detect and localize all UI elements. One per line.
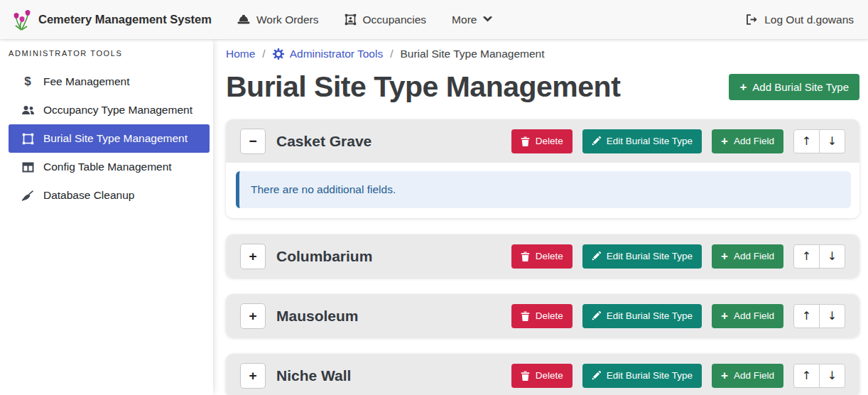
sidebar-item-label: Config Table Management	[43, 161, 172, 173]
delete-label: Delete	[536, 136, 563, 146]
logout-label: Log Out d.gowans	[764, 13, 854, 26]
sign-out-icon	[746, 14, 758, 25]
sidebar-item-occupancy-type-management[interactable]: Occupancy Type Management	[9, 96, 210, 124]
trash-icon	[521, 311, 530, 321]
breadcrumb-separator: /	[390, 48, 393, 60]
panel-actions: Delete Edit Burial Site Type + Add Field	[511, 364, 845, 388]
delete-label: Delete	[536, 370, 563, 381]
plus-icon: +	[721, 250, 728, 262]
arrow-down-icon: ↓	[828, 369, 837, 382]
logout-button[interactable]: Log Out d.gowans	[746, 13, 854, 26]
nav-item-more[interactable]: More	[452, 13, 492, 26]
arrow-up-icon: ↑	[802, 309, 811, 323]
breadcrumb-admin-tools-link[interactable]: Administrator Tools	[273, 48, 384, 60]
plus-icon: +	[721, 135, 728, 147]
panel-title: Columbarium	[276, 248, 372, 265]
page-shell: ADMINISTRATOR TOOLS $ Fee Management Occ…	[0, 39, 868, 395]
sidebar-item-config-table-management[interactable]: Config Table Management	[9, 153, 210, 181]
page-title: Burial Site Type Management	[226, 70, 620, 104]
pencil-icon	[592, 371, 601, 380]
move-up-button[interactable]: ↑	[793, 129, 820, 153]
panel-toggle-button[interactable]: −	[240, 129, 266, 154]
move-up-button[interactable]: ↑	[793, 304, 820, 328]
panel-toggle-button[interactable]: +	[240, 244, 266, 269]
sidebar-item-burial-site-type-management[interactable]: Burial Site Type Management	[9, 124, 210, 153]
nav-item-occupancies[interactable]: Occupancies	[345, 13, 427, 26]
sidebar-heading: ADMINISTRATOR TOOLS	[0, 45, 213, 58]
table-icon	[21, 162, 35, 173]
nav-item-label: More	[452, 13, 477, 26]
nav-item-label: Work Orders	[256, 13, 319, 26]
pencil-icon	[592, 251, 601, 261]
no-fields-message: There are no additional fields.	[251, 183, 396, 195]
sidebar-item-database-cleanup[interactable]: Database Cleanup	[9, 181, 210, 210]
plus-icon: +	[721, 369, 728, 382]
sidebar-item-label: Burial Site Type Management	[43, 132, 188, 145]
gear-icon	[273, 48, 284, 60]
add-field-button[interactable]: + Add Field	[712, 304, 783, 328]
add-field-label: Add Field	[734, 136, 774, 146]
vector-square-icon	[21, 133, 35, 145]
add-burial-site-type-button[interactable]: + Add Burial Site Type	[729, 74, 859, 100]
arrow-down-icon: ↓	[828, 309, 837, 323]
reorder-button-group: ↑ ↓	[793, 244, 845, 269]
edit-burial-site-type-button[interactable]: Edit Burial Site Type	[582, 364, 702, 388]
delete-button[interactable]: Delete	[511, 304, 573, 328]
edit-burial-site-type-button[interactable]: Edit Burial Site Type	[582, 244, 702, 269]
app-title: Cemetery Management System	[38, 13, 212, 26]
trash-icon	[521, 136, 530, 146]
move-up-button[interactable]: ↑	[793, 364, 820, 388]
move-up-button[interactable]: ↑	[793, 244, 820, 269]
trash-icon	[521, 371, 530, 381]
broom-icon	[21, 190, 35, 201]
burial-site-type-list: − Casket Grave Delete	[226, 119, 859, 395]
delete-button[interactable]: Delete	[511, 129, 573, 153]
add-field-button[interactable]: + Add Field	[712, 129, 783, 153]
delete-label: Delete	[536, 251, 563, 261]
occupancy-frame-icon	[345, 13, 357, 26]
arrow-down-icon: ↓	[828, 249, 837, 263]
edit-burial-site-type-button[interactable]: Edit Burial Site Type	[582, 304, 702, 328]
no-fields-alert: There are no additional fields.	[236, 171, 851, 208]
arrow-down-icon: ↓	[828, 134, 837, 148]
nav-item-label: Occupancies	[363, 13, 427, 26]
app-brand[interactable]: Cemetery Management System	[13, 9, 212, 31]
trash-icon	[521, 251, 530, 261]
panel-title: Casket Grave	[276, 133, 371, 150]
sidebar-item-label: Occupancy Type Management	[43, 104, 192, 117]
panel-header: + Columbarium Delete	[226, 234, 859, 278]
panel-toggle-button[interactable]: +	[240, 363, 266, 389]
panel-title: Niche Wall	[276, 367, 351, 384]
breadcrumb: Home / Administrator Tools / Burial Site…	[226, 48, 859, 60]
edit-label: Edit Burial Site Type	[607, 370, 693, 381]
hard-hat-icon	[237, 14, 250, 25]
sidebar-item-label: Fee Management	[43, 75, 130, 88]
burial-site-type-panel: + Mausoleum Delete	[226, 294, 859, 337]
breadcrumb-current: Burial Site Type Management	[401, 48, 545, 60]
delete-label: Delete	[536, 310, 563, 321]
sidebar-item-fee-management[interactable]: $ Fee Management	[9, 67, 210, 96]
title-row: Burial Site Type Management + Add Burial…	[226, 70, 859, 104]
nav-item-work-orders[interactable]: Work Orders	[237, 13, 319, 26]
edit-label: Edit Burial Site Type	[607, 136, 693, 146]
edit-burial-site-type-button[interactable]: Edit Burial Site Type	[582, 129, 702, 153]
delete-button[interactable]: Delete	[511, 244, 573, 269]
move-down-button[interactable]: ↓	[819, 129, 845, 153]
top-navbar: Cemetery Management System Work Orders O	[0, 0, 868, 39]
reorder-button-group: ↑ ↓	[793, 304, 845, 328]
add-field-button[interactable]: + Add Field	[712, 244, 783, 269]
add-burial-site-type-label: Add Burial Site Type	[752, 81, 849, 93]
arrow-up-icon: ↑	[802, 369, 811, 382]
breadcrumb-home-link[interactable]: Home	[226, 48, 255, 60]
move-down-button[interactable]: ↓	[819, 304, 845, 328]
breadcrumb-separator: /	[262, 48, 265, 60]
move-down-button[interactable]: ↓	[819, 364, 845, 388]
panel-actions: Delete Edit Burial Site Type + Add Field	[511, 304, 845, 328]
move-down-button[interactable]: ↓	[819, 244, 845, 269]
add-field-button[interactable]: + Add Field	[712, 364, 783, 388]
breadcrumb-admin-tools-label: Administrator Tools	[290, 48, 384, 60]
dollar-icon: $	[21, 75, 35, 89]
burial-site-type-panel: + Columbarium Delete	[226, 234, 859, 278]
panel-toggle-button[interactable]: +	[240, 303, 266, 329]
delete-button[interactable]: Delete	[511, 364, 573, 388]
